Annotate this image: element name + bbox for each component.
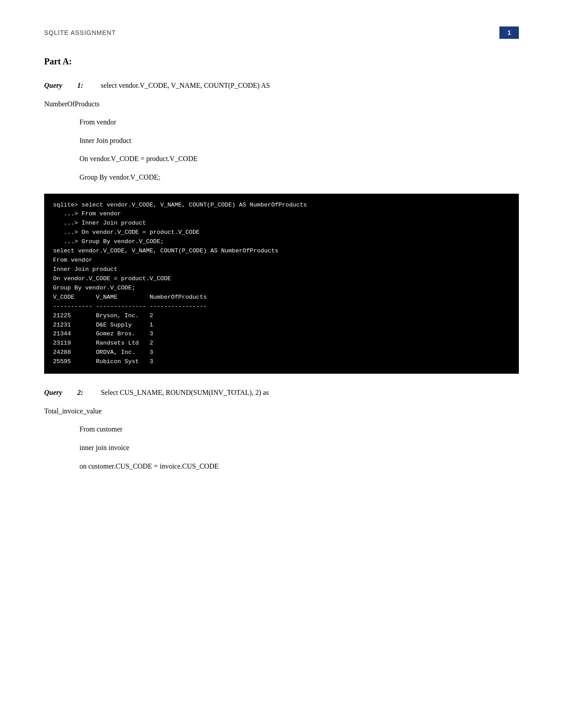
query-2-header-line: Query 2: Select CUS_LNAME, ROUND(SUM(INV… — [44, 387, 519, 398]
query-1-line-1: From vendor — [79, 116, 519, 128]
query-1-inline-text: select vendor.V_CODE, V_NAME, COUNT(P_CO… — [101, 80, 270, 91]
query-2-continuation: Total_invoice_value — [44, 405, 519, 417]
query-2-inline-text: Select CUS_LNAME, ROUND(SUM(INV_TOTAL), … — [101, 387, 269, 398]
query-1-line-2: Inner Join product — [79, 135, 519, 146]
page: SQLITE ASSIGNMENT 1 Part A: Query 1: sel… — [0, 0, 563, 728]
query-2-line-1: From customer — [79, 424, 519, 435]
query-2-block: Query 2: Select CUS_LNAME, ROUND(SUM(INV… — [44, 387, 519, 472]
page-header: SQLITE ASSIGNMENT 1 — [44, 26, 519, 39]
header-title: SQLITE ASSIGNMENT — [44, 29, 116, 36]
query-1-label: Query 1: — [44, 80, 96, 91]
page-number: 1 — [499, 26, 519, 39]
query-1-terminal: sqlite> select vendor.V_CODE, V_NAME, CO… — [44, 194, 519, 374]
query-2-line-2: inner join invoice — [79, 442, 519, 454]
query-2-keyword: Query — [44, 389, 62, 396]
query-2-label: Query 2: — [44, 387, 96, 398]
query-1-line-3: On vendor.V_CODE = product.V_CODE — [79, 153, 519, 165]
query-keyword: Query — [44, 82, 62, 89]
query-1-continuation: NumberOfProducts — [44, 98, 519, 110]
query-1-line-4: Group By vendor.V_CODE; — [79, 172, 519, 183]
query-1-header-line: Query 1: select vendor.V_CODE, V_NAME, C… — [44, 80, 519, 91]
query-number: 1: — [77, 82, 83, 89]
query-2-line-3: on customer.CUS_CODE = invoice.CUS_CODE — [79, 461, 519, 472]
query-2-number: 2: — [77, 389, 83, 396]
part-a-title: Part A: — [44, 56, 519, 67]
query-1-block: Query 1: select vendor.V_CODE, V_NAME, C… — [44, 80, 519, 374]
